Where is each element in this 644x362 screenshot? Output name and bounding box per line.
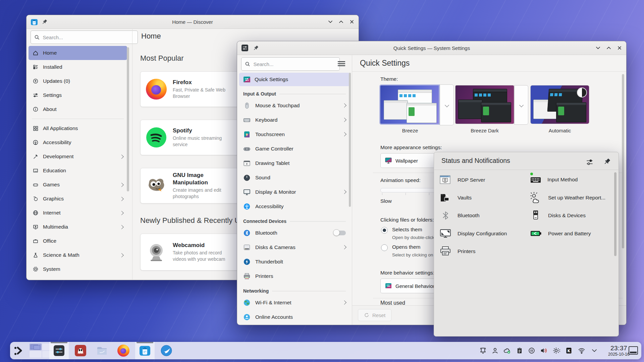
reset-button[interactable]: Reset xyxy=(358,309,391,321)
theme-thumbnail-breeze[interactable] xyxy=(379,84,440,125)
settings-header-divider xyxy=(352,71,626,72)
sidebar-item-installed[interactable]: Installed xyxy=(29,60,127,74)
sidebar-item-office[interactable]: Office xyxy=(29,234,127,248)
tray-entry-disks-devices[interactable]: Disks & Devices xyxy=(530,209,586,222)
sidebar-item-games[interactable]: Games xyxy=(29,178,127,192)
maximize-icon[interactable] xyxy=(338,19,344,24)
sidebar-item-game-controller[interactable]: Game Controller xyxy=(239,141,350,156)
pager-desktop-1[interactable] xyxy=(30,344,42,350)
settings-sidebar-scrollbar[interactable] xyxy=(349,73,351,207)
sidebar-item-settings[interactable]: Settings xyxy=(29,88,127,102)
sidebar-item-home[interactable]: Home xyxy=(29,46,127,60)
chevron-right-icon xyxy=(119,211,124,215)
sidebar-item-accessibility[interactable]: Accessibility xyxy=(29,135,127,149)
hamburger-menu-icon[interactable] xyxy=(337,60,346,67)
close-icon[interactable] xyxy=(349,19,355,24)
tray-entry-printers[interactable]: Printers xyxy=(439,245,475,257)
bluetooth-toggle[interactable] xyxy=(334,231,346,235)
tray-entry-input-method[interactable]: Input Method xyxy=(530,174,578,185)
sidebar-item-display-monitor[interactable]: Display & Monitor xyxy=(239,185,350,199)
minimize-icon[interactable] xyxy=(328,19,333,24)
discover-sidebar-scrollbar[interactable] xyxy=(127,47,129,191)
configure-icon[interactable] xyxy=(585,158,594,167)
task-ghostwriter[interactable] xyxy=(71,342,90,359)
sidebar-item-all-applications[interactable]: All Applications xyxy=(29,121,127,135)
brightness-icon[interactable] xyxy=(552,346,561,355)
sidebar-item-printers[interactable]: Printers xyxy=(239,269,350,283)
tray-entry-weather[interactable]: Set up Weather Report... xyxy=(530,192,605,204)
radio-opens-them[interactable] xyxy=(381,244,388,251)
firefox-icon xyxy=(146,79,167,100)
tray-entry-rdp-server[interactable]: RDP Server xyxy=(439,174,485,186)
sidebar-item-drawing-tablet[interactable]: Drawing Tablet xyxy=(239,156,350,170)
sidebar-item-mouse-touchpad[interactable]: Mouse & Touchpad xyxy=(239,98,350,113)
task-discover[interactable] xyxy=(135,342,155,359)
theme-breeze-dropdown-button[interactable] xyxy=(440,84,454,125)
network-wifi-icon[interactable] xyxy=(577,346,586,355)
minimize-icon[interactable] xyxy=(595,45,601,51)
user-icon[interactable] xyxy=(491,346,499,355)
settings-search-field[interactable] xyxy=(241,57,340,71)
pin-icon[interactable] xyxy=(41,18,48,25)
task-dolphin[interactable] xyxy=(92,342,112,359)
sidebar-item-disks-cameras[interactable]: Disks & Cameras xyxy=(239,240,350,254)
close-icon[interactable] xyxy=(617,45,622,51)
tray-expand-chevron-icon[interactable] xyxy=(590,346,599,355)
settings-content-scrollbar[interactable] xyxy=(622,74,624,248)
sidebar-item-wifi-internet[interactable]: Wi-Fi & Internet xyxy=(239,295,350,310)
tray-entry-vaults[interactable]: Vaults xyxy=(439,192,472,204)
popup-scrollbar[interactable] xyxy=(614,172,616,256)
sidebar-item-online-accounts[interactable]: Online Accounts xyxy=(239,310,350,324)
task-firefox[interactable] xyxy=(114,342,133,359)
pin-icon[interactable] xyxy=(603,157,611,166)
sidebar-item-education[interactable]: Education xyxy=(29,164,127,178)
settings-titlebar[interactable]: Quick Settings — System Settings xyxy=(237,41,626,55)
tray-entry-power-battery[interactable]: Power and Battery xyxy=(530,228,591,240)
theme-thumbnail-breeze-dark[interactable] xyxy=(455,85,514,124)
theme-breeze-dark-dropdown-button[interactable] xyxy=(514,85,528,125)
discover-search-input[interactable] xyxy=(42,34,134,41)
sidebar-item-sound[interactable]: Sound xyxy=(239,170,350,185)
globe-icon xyxy=(33,210,39,216)
app-launcher-button[interactable] xyxy=(13,345,25,356)
pin-icon[interactable] xyxy=(253,45,259,51)
wallpaper-button[interactable]: Wallpaper xyxy=(380,153,440,168)
cloud-sync-icon[interactable] xyxy=(503,346,512,355)
settings-search-input[interactable] xyxy=(253,61,336,67)
sidebar-item-graphics[interactable]: Graphics xyxy=(29,192,127,206)
more-behavior-label: More behavior settings: xyxy=(380,270,434,276)
radio-selects-them[interactable] xyxy=(381,227,388,234)
discover-titlebar[interactable]: Home — Discover xyxy=(26,15,359,29)
sidebar-item-system[interactable]: System xyxy=(29,262,127,276)
sidebar-item-multimedia[interactable]: Multimedia xyxy=(29,220,127,234)
maximize-icon[interactable] xyxy=(606,45,611,51)
settings-divider xyxy=(352,55,352,325)
sidebar-item-bluetooth[interactable]: Bluetooth xyxy=(239,226,350,240)
kate-icon[interactable]: K xyxy=(565,346,573,355)
briefcase-icon xyxy=(33,238,39,244)
media-pause-icon[interactable] xyxy=(527,346,536,355)
clipboard-icon[interactable] xyxy=(515,346,524,355)
sidebar-item-touchscreen[interactable]: Touchscreen xyxy=(239,127,350,141)
volume-icon[interactable] xyxy=(540,346,548,355)
sidebar-item-accessibility[interactable]: Accessibility xyxy=(239,199,350,214)
notifications-bell-icon[interactable] xyxy=(479,346,487,355)
sidebar-item-development[interactable]: Development xyxy=(29,149,127,164)
sidebar-item-about[interactable]: About xyxy=(29,102,127,116)
settings-sidebar: Quick Settings Input & Output Mouse & To… xyxy=(239,73,350,324)
sidebar-item-updates[interactable]: Updates (0) xyxy=(29,74,127,88)
sidebar-item-science-math[interactable]: Science & Math xyxy=(29,248,127,262)
task-system-settings[interactable] xyxy=(49,342,69,359)
sidebar-item-internet[interactable]: Internet xyxy=(29,206,127,220)
task-falkon[interactable] xyxy=(157,342,176,359)
pager-desktop-3[interactable] xyxy=(30,351,42,358)
sidebar-item-thunderbolt[interactable]: Thunderbolt xyxy=(239,254,350,269)
theme-thumbnail-automatic[interactable] xyxy=(530,85,589,124)
tray-entry-display-configuration[interactable]: Display Configuration xyxy=(439,228,507,240)
peek-desktop-button[interactable] xyxy=(629,346,638,355)
discover-search-field[interactable] xyxy=(31,31,138,44)
tray-entry-bluetooth[interactable]: Bluetooth xyxy=(439,209,480,222)
sidebar-item-quick-settings[interactable]: Quick Settings xyxy=(239,73,350,86)
sidebar-item-keyboard[interactable]: Keyboard xyxy=(239,113,350,127)
section-title-most-popular: Most Popular xyxy=(140,54,184,63)
